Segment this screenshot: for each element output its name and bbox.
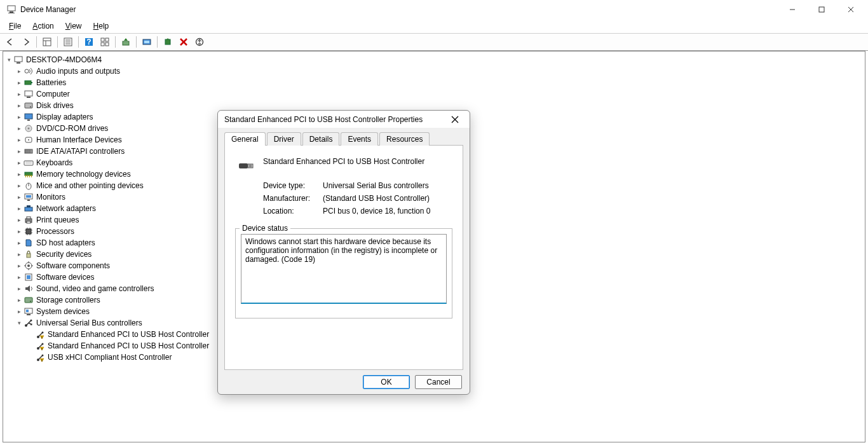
svg-rect-65: [26, 229, 31, 234]
device-status-group: Device status: [235, 228, 452, 318]
tree-node-label: System devices: [36, 307, 90, 316]
chevron-right-icon[interactable]: ▸: [15, 193, 24, 202]
tab-details[interactable]: Details: [302, 132, 340, 146]
chevron-right-icon[interactable]: ▸: [15, 170, 24, 179]
chevron-right-icon[interactable]: ▸: [15, 90, 24, 99]
menu-help[interactable]: Help: [88, 20, 114, 32]
chevron-right-icon[interactable]: ▸: [15, 158, 24, 167]
menu-view[interactable]: View: [60, 20, 87, 32]
window-controls: [778, 0, 865, 19]
chevron-right-icon[interactable]: ▸: [15, 261, 24, 270]
tree-node-label: Standard Enhanced PCI to USB Host Contro…: [48, 341, 209, 350]
minimize-button[interactable]: [778, 0, 807, 19]
menu-action[interactable]: Action: [27, 20, 58, 32]
tree-node-label: Computer: [36, 90, 70, 99]
svg-point-107: [41, 360, 42, 361]
system-icon: [24, 306, 34, 317]
chevron-right-icon[interactable]: ▸: [15, 238, 24, 247]
close-button[interactable]: [836, 0, 865, 19]
dialog-titlebar[interactable]: Standard Enhanced PCI to USB Host Contro…: [218, 111, 470, 128]
cancel-button[interactable]: Cancel: [415, 375, 462, 389]
tree-node-label: USB xHCI Compliant Host Controller: [48, 353, 172, 362]
maximize-button[interactable]: [807, 0, 836, 19]
svg-rect-23: [165, 39, 170, 44]
tree-node-label: DVD/CD-ROM drives: [36, 124, 108, 133]
chevron-right-icon[interactable]: ▸: [15, 181, 24, 190]
menu-file[interactable]: File: [4, 20, 26, 32]
keyboard-icon: [24, 158, 34, 168]
chevron-right-icon[interactable]: ▸: [15, 227, 24, 236]
tab-events[interactable]: Events: [341, 132, 378, 146]
svg-rect-18: [101, 43, 104, 46]
svg-rect-16: [101, 38, 104, 41]
show-hide-tree-button[interactable]: [39, 35, 55, 49]
chevron-down-icon[interactable]: ▾: [4, 55, 13, 64]
grid-view-button[interactable]: [97, 35, 112, 49]
chevron-right-icon[interactable]: ▸: [15, 67, 24, 76]
svg-point-76: [27, 264, 30, 267]
chevron-right-icon[interactable]: ▸: [15, 78, 24, 87]
ok-button[interactable]: OK: [363, 375, 410, 389]
device-status-text[interactable]: [241, 234, 447, 304]
dialog-close-button[interactable]: [447, 111, 463, 128]
chevron-right-icon[interactable]: ▸: [15, 101, 24, 110]
svg-rect-59: [27, 200, 30, 201]
enable-device-button[interactable]: [160, 35, 175, 49]
disk-icon: [24, 100, 34, 111]
chevron-right-icon[interactable]: ▸: [15, 216, 24, 224]
cpu-icon: [24, 226, 34, 236]
chevron-right-icon[interactable]: ▸: [15, 273, 24, 282]
chevron-right-icon[interactable]: ▸: [15, 284, 24, 293]
svg-point-29: [25, 69, 29, 73]
tree-node-label: Keyboards: [36, 158, 72, 167]
chevron-right-icon[interactable]: ▸: [15, 124, 24, 133]
chevron-right-icon[interactable]: ▸: [15, 307, 24, 316]
svg-rect-2: [8, 13, 15, 13]
update-driver-button[interactable]: [118, 35, 133, 49]
svg-rect-54: [31, 176, 32, 177]
svg-rect-86: [26, 310, 29, 312]
spacer: [26, 330, 35, 339]
chevron-right-icon[interactable]: ▸: [15, 147, 24, 156]
memory-icon: [24, 169, 34, 179]
svg-rect-63: [27, 217, 31, 219]
dialog-body: General Driver Details Events Resources …: [218, 128, 470, 370]
disable-device-button[interactable]: [192, 35, 207, 49]
tree-node[interactable]: ▸Computer: [4, 88, 864, 100]
svg-rect-87: [27, 314, 31, 315]
tree-node-label: Monitors: [36, 193, 65, 202]
chevron-right-icon[interactable]: ▸: [15, 135, 24, 144]
back-button[interactable]: [3, 35, 18, 49]
properties-button[interactable]: [60, 35, 76, 49]
forward-button[interactable]: [18, 35, 34, 49]
tab-page-general: Standard Enhanced PCI to USB Host Contro…: [224, 145, 463, 370]
svg-rect-22: [144, 41, 149, 43]
chevron-down-icon[interactable]: ▾: [15, 318, 24, 327]
display-icon: [24, 112, 34, 122]
tree-node-label: Software devices: [36, 273, 94, 282]
chevron-right-icon[interactable]: ▸: [15, 250, 24, 259]
svg-rect-92: [31, 324, 32, 325]
tree-root[interactable]: ▾ DESKTOP-4MDO6M4: [4, 54, 864, 65]
svg-rect-32: [25, 91, 32, 96]
chevron-right-icon[interactable]: ▸: [15, 113, 24, 121]
uninstall-device-button[interactable]: [176, 35, 191, 49]
tab-resources[interactable]: Resources: [379, 132, 430, 146]
chevron-right-icon[interactable]: ▸: [15, 204, 24, 213]
tree-node[interactable]: ▸Audio inputs and outputs: [4, 65, 864, 77]
svg-rect-53: [29, 176, 30, 177]
svg-rect-20: [123, 41, 129, 45]
svg-rect-27: [15, 57, 22, 62]
usb-warning-icon: [35, 329, 45, 339]
battery-icon: [24, 78, 34, 88]
help-button[interactable]: ?: [81, 35, 97, 49]
chevron-right-icon[interactable]: ▸: [15, 296, 24, 305]
svg-rect-31: [31, 82, 32, 83]
tab-driver[interactable]: Driver: [267, 132, 301, 146]
scan-hardware-button[interactable]: [139, 35, 154, 49]
spacer: [26, 353, 35, 362]
tree-node[interactable]: ▸Batteries: [4, 77, 864, 88]
sd-icon: [24, 238, 34, 248]
tab-general[interactable]: General: [224, 132, 266, 146]
svg-rect-33: [27, 97, 31, 98]
